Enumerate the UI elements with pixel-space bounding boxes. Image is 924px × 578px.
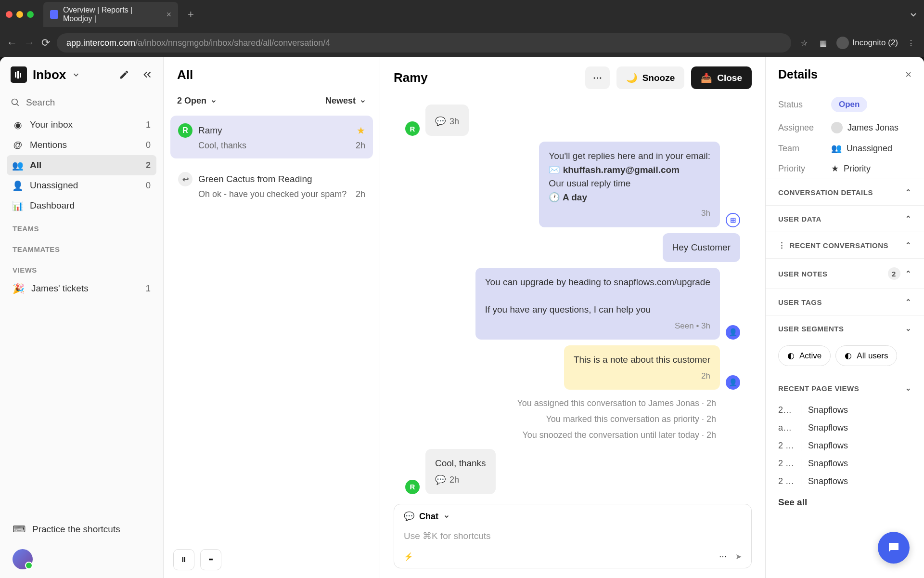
auto-line2: Our usual reply time xyxy=(549,177,710,191)
pageview-row[interactable]: 27 …Snapflows xyxy=(766,401,924,419)
note-bubble: This is a note about this customer 2h xyxy=(564,345,720,390)
section-user-data[interactable]: USER DATA ⌃ xyxy=(766,205,924,232)
svg-rect-2 xyxy=(20,73,21,78)
segment-pill[interactable]: ◐All users xyxy=(835,345,897,366)
send-icon[interactable]: ➤ xyxy=(735,552,742,561)
details-title: Details xyxy=(778,67,905,81)
user-avatar[interactable] xyxy=(13,549,33,569)
segment-pill[interactable]: ◐Active xyxy=(778,345,831,366)
reload-button[interactable]: ⟳ xyxy=(41,37,50,49)
agent-avatar: 👤 xyxy=(726,375,740,390)
message-composer[interactable]: 💬 Chat Use ⌘K for shortcuts ⚡ ⋯ ➤ xyxy=(394,504,752,568)
priority-value[interactable]: ★Priority xyxy=(831,163,871,174)
search-input[interactable]: Search xyxy=(0,92,163,115)
logo[interactable] xyxy=(11,66,27,83)
new-tab-button[interactable]: + xyxy=(182,8,200,21)
conversation-item[interactable]: R Ramy ★ Cool, thanks 2h xyxy=(170,116,373,158)
star-icon: ★ xyxy=(357,125,365,136)
shortcuts-label: Practice the shortcuts xyxy=(32,524,120,535)
more-button[interactable]: ⋯ xyxy=(585,66,610,89)
nav-all[interactable]: 👥 All 2 xyxy=(7,155,156,175)
keyboard-icon: ⌨ xyxy=(13,524,26,535)
favicon xyxy=(50,10,58,19)
section-user-notes[interactable]: USER NOTES 2 ⌃ xyxy=(766,258,924,289)
chevron-up-icon: ⌃ xyxy=(905,298,912,306)
close-window-button[interactable] xyxy=(6,11,13,18)
team-row: Team 👥Unassigned xyxy=(766,138,924,158)
msg-text: Cool, thanks xyxy=(435,457,486,471)
nav-unassigned[interactable]: 👤 Unassigned 0 xyxy=(7,175,156,196)
messenger-icon xyxy=(886,540,901,555)
pause-button[interactable]: ⏸ xyxy=(173,549,194,570)
message-row: Hey Customer xyxy=(405,233,740,263)
back-button[interactable]: ← xyxy=(7,37,17,49)
composer-input[interactable]: Use ⌘K for shortcuts xyxy=(404,526,742,548)
more-icon[interactable]: ⋯ xyxy=(719,552,727,561)
close-label: Close xyxy=(717,73,742,83)
assignee-value[interactable]: James Jonas xyxy=(831,122,898,133)
nav-your-inbox[interactable]: ◉ Your inbox 1 xyxy=(7,115,156,135)
maximize-window-button[interactable] xyxy=(27,11,34,18)
avatar: R xyxy=(178,123,192,138)
nav-label: Dashboard xyxy=(30,200,75,211)
messenger-fab[interactable] xyxy=(878,532,910,564)
chevron-down-icon[interactable] xyxy=(909,10,918,19)
nav-mentions[interactable]: @ Mentions 0 xyxy=(7,135,156,155)
filter-open-dropdown[interactable]: 2 Open xyxy=(177,96,217,106)
pie-icon: ◐ xyxy=(845,351,852,361)
list-button[interactable]: ≡ xyxy=(200,549,221,570)
close-tab-icon[interactable]: × xyxy=(166,10,171,20)
chevron-up-icon: ⌃ xyxy=(905,188,912,197)
conv-list-title: All xyxy=(177,67,366,82)
compose-icon[interactable] xyxy=(119,69,129,80)
avatar xyxy=(831,122,843,133)
incognito-indicator[interactable]: Incognito (2) xyxy=(836,37,898,49)
auto-line1: You'll get replies here and in your emai… xyxy=(549,149,710,163)
extension-icon[interactable]: ▦ xyxy=(817,37,830,49)
star-icon[interactable]: ☆ xyxy=(798,37,810,49)
msg-time: 3h xyxy=(549,207,710,220)
close-icon[interactable]: × xyxy=(905,68,911,81)
pageview-row[interactable]: 2 h…Snapflows xyxy=(766,473,924,490)
see-all-link[interactable]: See all xyxy=(766,490,924,514)
nav-count: 0 xyxy=(146,181,151,191)
pageview-row[interactable]: 2 h…Snapflows xyxy=(766,437,924,455)
section-conversation-details[interactable]: CONVERSATION DETAILS ⌃ xyxy=(766,179,924,205)
collapse-sidebar-icon[interactable] xyxy=(142,69,153,80)
close-button[interactable]: 📥 Close xyxy=(691,66,752,89)
browser-tab[interactable]: Overview | Reports | Moodjoy | × xyxy=(43,2,178,27)
priority-row: Priority ★Priority xyxy=(766,158,924,179)
conversation-item[interactable]: ↩ Green Cactus from Reading Oh ok - have… xyxy=(170,164,373,207)
chevron-down-icon xyxy=(359,98,366,105)
conv-preview: Cool, thanks xyxy=(198,141,351,151)
filter-open-label: 2 Open xyxy=(177,96,206,106)
lightning-icon[interactable]: ⚡ xyxy=(404,552,413,561)
section-user-segments[interactable]: USER SEGMENTS ⌄ xyxy=(766,315,924,342)
browser-tab-bar: Overview | Reports | Moodjoy | × + xyxy=(0,0,924,29)
pageview-row[interactable]: an …Snapflows xyxy=(766,419,924,437)
team-value[interactable]: 👥Unassigned xyxy=(831,143,892,154)
url-bar[interactable]: app.intercom.com/a/inbox/nnsgmgob/inbox/… xyxy=(57,33,791,53)
thread-header: Ramy ⋯ 🌙 Snooze 📥 Close xyxy=(380,57,765,99)
filter-sort-dropdown[interactable]: Newest xyxy=(325,96,366,106)
forward-button[interactable]: → xyxy=(24,37,35,49)
nav-dashboard[interactable]: 📊 Dashboard xyxy=(7,196,156,216)
status-pill[interactable]: Open xyxy=(831,97,867,112)
pageview-row[interactable]: 2 h…Snapflows xyxy=(766,455,924,473)
section-recent-conversations[interactable]: ⋮ RECENT CONVERSATIONS ⌃ xyxy=(766,232,924,258)
shortcuts-link[interactable]: ⌨ Practice the shortcuts xyxy=(13,524,151,535)
inbox-dropdown-icon[interactable] xyxy=(72,70,80,79)
thread-title: Ramy xyxy=(394,70,578,85)
view-item[interactable]: 🎉 James' tickets 1 xyxy=(0,278,163,299)
composer-mode[interactable]: 💬 Chat xyxy=(404,511,742,522)
snooze-button[interactable]: 🌙 Snooze xyxy=(616,66,685,89)
menu-icon[interactable]: ⋮ xyxy=(905,37,917,49)
minimize-window-button[interactable] xyxy=(16,11,23,18)
incognito-icon xyxy=(836,37,849,49)
section-recent-page-views[interactable]: RECENT PAGE VIEWS ⌄ xyxy=(766,375,924,401)
incognito-label: Incognito (2) xyxy=(853,38,898,48)
assignee-row: Assignee James Jonas xyxy=(766,117,924,138)
chevron-down-icon xyxy=(443,513,450,520)
section-user-tags[interactable]: USER TAGS ⌃ xyxy=(766,289,924,315)
conversation-thread: Ramy ⋯ 🌙 Snooze 📥 Close R 💬3h You'll get… xyxy=(380,57,765,578)
